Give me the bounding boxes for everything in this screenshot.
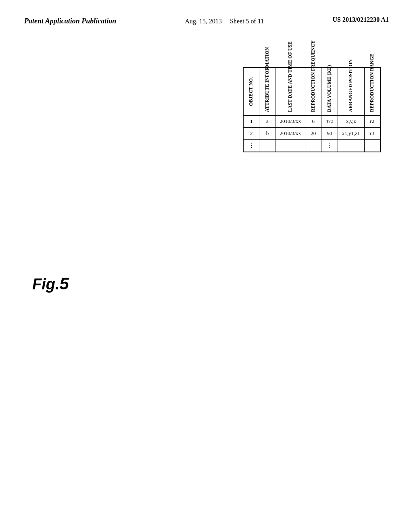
fig-number: 5 bbox=[60, 274, 69, 293]
col-header-data-volume: DATA VOLUME (KB) bbox=[321, 67, 338, 116]
cell-range: r2 bbox=[364, 116, 380, 128]
cell-position: x1,y1,z1 bbox=[338, 127, 364, 139]
cell-data-volume: ⋮ bbox=[321, 139, 338, 152]
patent-number: US 2013/0212230 A1 bbox=[332, 16, 389, 23]
figure-label: Fig.5 bbox=[32, 274, 69, 293]
cell-frequency: 20 bbox=[305, 127, 321, 139]
col-header-attribute: ATTRIBUTE INFORMATION bbox=[259, 67, 275, 116]
col-header-range: REPRODUCTION RANGE bbox=[364, 67, 380, 116]
cell-object-no: 1 bbox=[243, 116, 259, 128]
cell-frequency: 6 bbox=[305, 116, 321, 128]
table-row: ⋮ ⋮ bbox=[243, 139, 380, 152]
publication-label: Patent Application Publication bbox=[24, 16, 116, 26]
publication-date: Aug. 15, 2013 bbox=[185, 18, 222, 25]
sheet-info: Sheet 5 of 11 bbox=[230, 18, 264, 25]
cell-last-date: 2010/3/xx bbox=[275, 127, 305, 139]
fig-text: Fig. bbox=[32, 276, 60, 293]
date-sheet-info: Aug. 15, 2013 Sheet 5 of 11 bbox=[185, 16, 264, 27]
cell-object-no: ⋮ bbox=[243, 139, 259, 152]
cell-position bbox=[338, 139, 364, 152]
data-table-container: OBJECT NO. ATTRIBUTE INFORMATION LAST DA… bbox=[243, 67, 381, 152]
cell-data-volume: 90 bbox=[321, 127, 338, 139]
cell-last-date: 2010/3/xx bbox=[275, 116, 305, 128]
table-header-row: OBJECT NO. ATTRIBUTE INFORMATION LAST DA… bbox=[243, 67, 380, 116]
cell-range: r3 bbox=[364, 127, 380, 139]
main-content: OBJECT NO. ATTRIBUTE INFORMATION LAST DA… bbox=[0, 35, 413, 168]
page-header: Patent Application Publication Aug. 15, … bbox=[0, 0, 413, 35]
cell-position: x,y,z bbox=[338, 116, 364, 128]
cell-attribute: a bbox=[259, 116, 275, 128]
col-header-position: ARRANGED POSITION bbox=[338, 67, 364, 116]
cell-last-date bbox=[275, 139, 305, 152]
data-table: OBJECT NO. ATTRIBUTE INFORMATION LAST DA… bbox=[243, 67, 381, 152]
col-header-last-date: LAST DATE AND TIME OF USE bbox=[275, 67, 305, 116]
cell-range bbox=[364, 139, 380, 152]
table-row: 1 a 2010/3/xx 6 473 x,y,z r2 bbox=[243, 116, 380, 128]
cell-data-volume: 473 bbox=[321, 116, 338, 128]
cell-attribute bbox=[259, 139, 275, 152]
col-header-frequency: REPRODUCTION FREQUENCY bbox=[305, 67, 321, 116]
col-header-object-no: OBJECT NO. bbox=[243, 67, 259, 116]
cell-attribute: b bbox=[259, 127, 275, 139]
cell-frequency bbox=[305, 139, 321, 152]
cell-object-no: 2 bbox=[243, 127, 259, 139]
table-row: 2 b 2010/3/xx 20 90 x1,y1,z1 r3 bbox=[243, 127, 380, 139]
